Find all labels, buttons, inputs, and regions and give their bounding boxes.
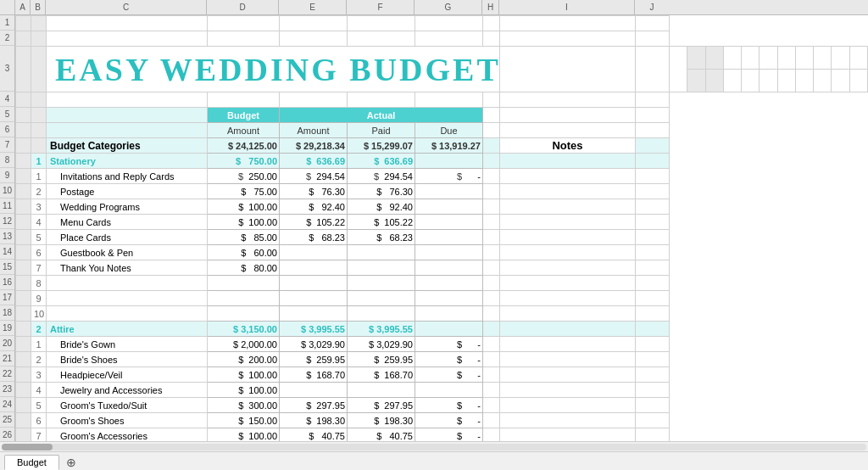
row-budget-header: Budget Actual (16, 108, 868, 123)
col-header-d: D (207, 0, 279, 14)
total-budget-amount: $ 24,125.00 (208, 138, 280, 154)
add-tab-button[interactable]: ⊕ (61, 455, 81, 470)
row-grooms-shoes: 6 Groom's Shoes $ 150.00 $ 198.30 $ 198.… (16, 413, 868, 428)
row-22: 10 (16, 306, 868, 322)
total-due: $ 13,919.27 (415, 138, 483, 154)
row-8 (16, 92, 868, 108)
spreadsheet-title: EASY WEDDING BUDGET (55, 52, 501, 87)
budget-header: Budget (208, 108, 280, 123)
row-grooms-accessories: 7 Groom's Accessories $ 100.00 $ 40.75 $… (16, 428, 868, 442)
budget-categories-label: Budget Categories (47, 138, 208, 154)
total-paid: $ 15,299.07 (348, 138, 415, 154)
row-place-cards: 5 Place Cards $ 85.00 $ 68.23 $ 68.23 (16, 230, 868, 245)
col-header-a: A (15, 0, 31, 14)
actual-amount-col-header: Amount (280, 123, 348, 138)
due-col-header: Due (415, 123, 483, 138)
row-wedding-programs: 3 Wedding Programs $ 100.00 $ 92.40 $ 92… (16, 199, 868, 215)
notes-header: Notes (500, 138, 636, 154)
scrollbar-thumb[interactable] (2, 444, 53, 450)
row-invitations: 1 Invitations and Reply Cards $ 250.00 $… (16, 169, 868, 184)
row-guestbook: 6 Guestbook & Pen $ 60.00 (16, 245, 868, 260)
col-header-j: J (635, 0, 669, 14)
row-totals: Budget Categories $ 24,125.00 $ 29,218.3… (16, 138, 868, 154)
paid-col-header: Paid (348, 123, 415, 138)
total-actual-amount: $ 29,218.34 (280, 138, 348, 154)
row-headpiece: 3 Headpiece/Veil $ 100.00 $ 168.70 $ 168… (16, 367, 868, 383)
row-menu-cards: 4 Menu Cards $ 100.00 $ 105.22 $ 105.22 (16, 215, 868, 230)
amount-col-header: Amount (208, 123, 280, 138)
col-header-h: H (482, 0, 499, 14)
col-header-f: F (347, 0, 415, 14)
row-20: 8 (16, 276, 868, 291)
tab-bar: Budget ⊕ (0, 451, 868, 470)
row-jewelry: 4 Jewelry and Accessories $ 100.00 (16, 383, 868, 398)
row-21: 9 (16, 291, 868, 306)
col-header-g: G (415, 0, 482, 14)
col-header-c: C (46, 0, 207, 14)
scrollbar-track[interactable] (2, 444, 866, 450)
row-thank-you: 7 Thank You Notes $ 80.00 (16, 260, 868, 276)
row-postage: 2 Postage $ 75.00 $ 76.30 $ 76.30 (16, 184, 868, 199)
row-amount-header: Amount Amount Paid Due (16, 123, 868, 138)
row-2 (16, 31, 868, 47)
row-brides-shoes: 2 Bride's Shoes $ 200.00 $ 259.95 $ 259.… (16, 352, 868, 367)
row-1 (16, 16, 868, 31)
budget-tab[interactable]: Budget (4, 455, 59, 470)
row-tuxedo: 5 Groom's Tuxedo/Suit $ 300.00 $ 297.95 … (16, 398, 868, 413)
row-brides-gown: 1 Bride's Gown $ 2,000.00 $ 3,029.90 $ 3… (16, 337, 868, 352)
row-numbers: 1 2 3 4 5 6 7 8 9 10 11 12 13 14 15 16 1… (0, 15, 15, 441)
col-header-b: B (31, 0, 46, 14)
col-header-e: E (279, 0, 347, 14)
col-header-i: I (499, 0, 635, 14)
row-attire-cat: 2 Attire $ 3,150.00 $ 3,995.55 $ 3,995.5… (16, 322, 868, 337)
row-stationery-cat: 1 Stationery $ 750.00 $ 636.69 $ 636.69 (16, 154, 868, 169)
actual-header: Actual (280, 108, 483, 123)
